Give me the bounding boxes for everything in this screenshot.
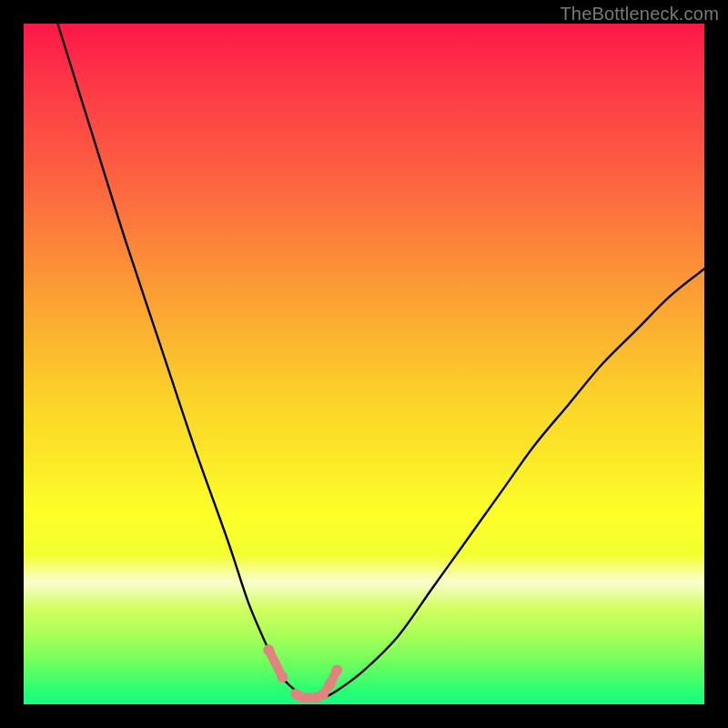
plot-area [24, 24, 704, 704]
svg-line-14 [268, 650, 282, 677]
watermark-text: TheBottleneck.com [560, 4, 719, 25]
svg-line-15 [330, 671, 337, 684]
bottleneck-curve [24, 24, 704, 704]
chart-frame: TheBottleneck.com [0, 0, 728, 728]
